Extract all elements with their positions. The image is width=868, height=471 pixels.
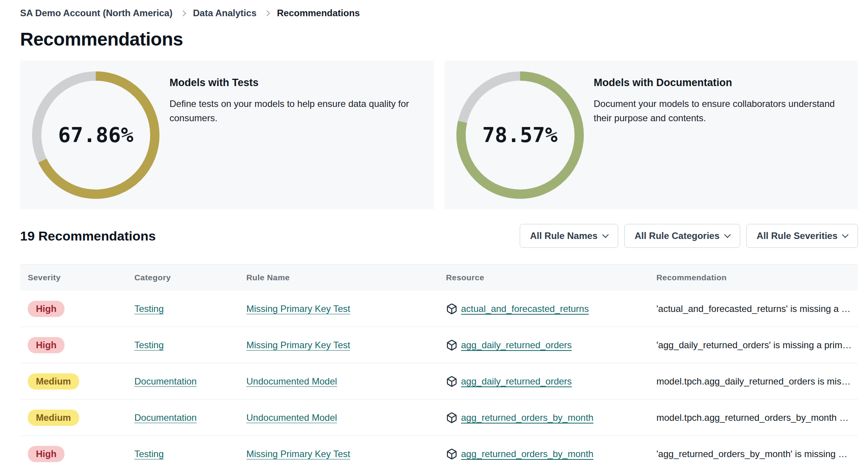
model-package-icon bbox=[446, 376, 458, 387]
table-row: Medium Documentation Undocumented Model … bbox=[20, 363, 858, 400]
recommendation-text: model.tpch.agg_returned_orders_by_month … bbox=[649, 412, 858, 423]
table-row: High Testing Missing Primary Key Test ag… bbox=[20, 327, 858, 363]
column-header-category: Category bbox=[127, 273, 239, 282]
filters: All Rule Names All Rule Categories All R… bbox=[520, 224, 858, 248]
resource-link[interactable]: agg_returned_orders_by_month bbox=[461, 412, 593, 423]
recommendations-count-heading: 19 Recommendations bbox=[20, 229, 156, 244]
recommendation-text: 'agg_daily_returned_orders' is missing a… bbox=[649, 340, 858, 351]
rule-name-link[interactable]: Undocumented Model bbox=[246, 376, 337, 386]
breadcrumb-current: Recommendations bbox=[277, 8, 360, 19]
docs-percent-label: 78.57% bbox=[456, 71, 584, 199]
rule-name-link[interactable]: Missing Primary Key Test bbox=[246, 303, 350, 314]
chevron-right-icon bbox=[264, 10, 270, 16]
rule-names-filter[interactable]: All Rule Names bbox=[520, 224, 618, 248]
breadcrumb-project[interactable]: Data Analytics bbox=[193, 8, 257, 19]
category-link[interactable]: Documentation bbox=[134, 376, 197, 386]
docs-donut-chart: 78.57% bbox=[456, 71, 584, 199]
column-header-rule-name: Rule Name bbox=[239, 273, 438, 282]
recommendations-table: Severity Category Rule Name Resource Rec… bbox=[20, 264, 858, 471]
severity-badge: High bbox=[28, 446, 64, 462]
rule-severities-filter[interactable]: All Rule Severities bbox=[746, 224, 858, 248]
rule-severities-filter-label: All Rule Severities bbox=[757, 230, 837, 241]
severity-badge: Medium bbox=[28, 410, 79, 426]
resource-link[interactable]: agg_daily_returned_orders bbox=[461, 376, 572, 387]
model-package-icon bbox=[446, 412, 458, 424]
chevron-down-icon bbox=[724, 232, 731, 238]
resource-link[interactable]: actual_and_forecasted_returns bbox=[461, 303, 589, 314]
table-row: High Testing Missing Primary Key Test ag… bbox=[20, 436, 858, 471]
column-header-recommendation: Recommendation bbox=[649, 273, 858, 282]
severity-badge: Medium bbox=[28, 373, 79, 390]
recommendation-text: 'agg_returned_orders_by_month' is missin… bbox=[649, 449, 858, 459]
rule-name-link[interactable]: Undocumented Model bbox=[246, 412, 337, 423]
chevron-down-icon bbox=[842, 232, 849, 238]
recommendation-text: model.tpch.agg_daily_returned_orders is … bbox=[649, 376, 858, 387]
table-row: High Testing Missing Primary Key Test ac… bbox=[20, 291, 858, 327]
list-header: 19 Recommendations All Rule Names All Ru… bbox=[20, 224, 858, 248]
breadcrumb: SA Demo Account (North America) Data Ana… bbox=[20, 8, 858, 19]
rule-name-link[interactable]: Missing Primary Key Test bbox=[246, 449, 350, 459]
rule-categories-filter-label: All Rule Categories bbox=[635, 230, 720, 241]
category-link[interactable]: Testing bbox=[134, 303, 164, 314]
category-link[interactable]: Testing bbox=[134, 340, 164, 350]
rule-name-link[interactable]: Missing Primary Key Test bbox=[246, 340, 350, 350]
recommendations-page: SA Demo Account (North America) Data Ana… bbox=[0, 0, 868, 471]
table-body: High Testing Missing Primary Key Test ac… bbox=[20, 291, 858, 471]
column-header-resource: Resource bbox=[438, 273, 649, 282]
column-header-severity: Severity bbox=[20, 273, 127, 282]
recommendation-text: 'actual_and_forecasted_returns' is missi… bbox=[649, 303, 858, 314]
severity-badge: High bbox=[28, 337, 64, 353]
models-with-documentation-card: 78.57% Models with Documentation Documen… bbox=[444, 61, 858, 209]
models-with-tests-card: 67.86% Models with Tests Define tests on… bbox=[20, 61, 434, 209]
tests-card-description: Define tests on your models to help ensu… bbox=[170, 97, 417, 125]
docs-card-title: Models with Documentation bbox=[594, 77, 841, 89]
category-link[interactable]: Testing bbox=[134, 449, 164, 459]
resource-link[interactable]: agg_daily_returned_orders bbox=[461, 340, 572, 351]
table-header: Severity Category Rule Name Resource Rec… bbox=[20, 264, 858, 291]
tests-percent-label: 67.86% bbox=[32, 71, 159, 199]
tests-card-title: Models with Tests bbox=[170, 77, 417, 89]
page-title: Recommendations bbox=[20, 29, 858, 50]
chevron-right-icon bbox=[180, 10, 186, 16]
rule-names-filter-label: All Rule Names bbox=[530, 230, 598, 241]
model-package-icon bbox=[446, 339, 458, 351]
model-package-icon bbox=[446, 448, 458, 460]
model-package-icon bbox=[446, 303, 458, 315]
table-row: Medium Documentation Undocumented Model … bbox=[20, 400, 858, 436]
severity-badge: High bbox=[28, 301, 64, 317]
category-link[interactable]: Documentation bbox=[134, 412, 197, 423]
docs-card-description: Document your models to ensure collabora… bbox=[594, 97, 841, 125]
breadcrumb-account[interactable]: SA Demo Account (North America) bbox=[20, 8, 173, 19]
tests-donut-chart: 67.86% bbox=[32, 71, 159, 199]
metric-cards: 67.86% Models with Tests Define tests on… bbox=[20, 61, 858, 209]
rule-categories-filter[interactable]: All Rule Categories bbox=[624, 224, 740, 248]
resource-link[interactable]: agg_returned_orders_by_month bbox=[461, 449, 593, 459]
chevron-down-icon bbox=[602, 232, 609, 238]
